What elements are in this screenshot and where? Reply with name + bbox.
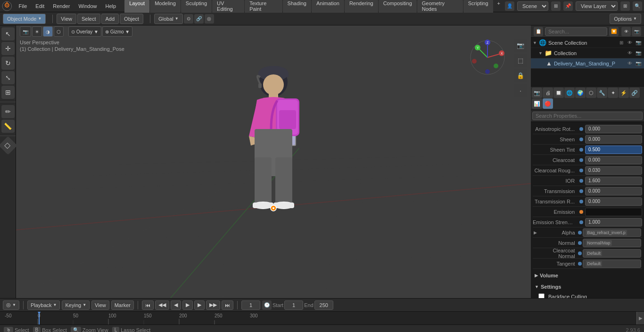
tab-add[interactable]: + xyxy=(494,0,504,13)
frame-end-input[interactable] xyxy=(314,300,333,310)
backface-culling-checkbox[interactable] xyxy=(538,293,545,298)
scene-collection-exclude-btn[interactable]: ⊞ xyxy=(618,39,625,47)
alpha-expand-arrow[interactable]: ▶ xyxy=(534,230,539,235)
nav-gizmo[interactable]: X Y Z xyxy=(469,39,506,76)
ior-dot[interactable] xyxy=(579,179,583,183)
transmission-rough-value[interactable]: 0.000 xyxy=(585,197,642,206)
scene-collection-visibility-btn[interactable]: 👁 xyxy=(626,39,634,47)
world-props-icon[interactable]: 🌍 xyxy=(575,88,586,98)
viewport-wireframe-btn[interactable]: ⬡ xyxy=(54,26,64,37)
transform-mode-btn[interactable]: Global ▼ xyxy=(154,14,183,24)
marker-btn[interactable]: Marker xyxy=(111,300,134,310)
output-props-icon[interactable]: 🖨 xyxy=(543,88,553,98)
settings-section-header[interactable]: ▼ Settings xyxy=(533,282,642,292)
delivery-man-render-btn[interactable]: 📷 xyxy=(635,60,642,67)
anisotropic-rot-dot[interactable] xyxy=(579,127,583,131)
scene-select[interactable]: Scene xyxy=(517,1,548,11)
constraint-props-icon[interactable]: 🔗 xyxy=(629,88,640,98)
transmission-dot[interactable] xyxy=(579,189,583,193)
outliner-search[interactable] xyxy=(545,27,607,36)
select-menu-btn[interactable]: Select xyxy=(77,14,100,24)
modifier-props-icon[interactable]: 🔧 xyxy=(597,88,607,98)
menu-render[interactable]: Render xyxy=(49,2,74,10)
cursor-tool[interactable]: ↖ xyxy=(1,27,15,40)
filter-icon[interactable]: 🔍 xyxy=(633,1,642,11)
frame-clock-icon[interactable]: 🕐 xyxy=(262,300,272,310)
emission-strength-value[interactable]: 1.000 xyxy=(585,218,642,227)
proportional-icon[interactable]: ◎ xyxy=(205,14,214,24)
outliner-scene-collection[interactable]: ▼ 🌐 Scene Collection ⊞ 👁 📷 xyxy=(531,38,644,48)
transform-tool[interactable]: ⊞ xyxy=(1,86,15,99)
timeline-bar[interactable]: -50 0 50 100 150 200 250 300 ▶ xyxy=(0,311,644,324)
data-props-icon[interactable]: 📊 xyxy=(532,98,542,109)
viewport-render-btn[interactable]: ☀ xyxy=(32,26,42,37)
scene-mode-btn[interactable]: ◎ ▼ xyxy=(3,300,19,310)
visibility-filter-icon[interactable]: 👁 xyxy=(621,27,631,36)
sheen-dot[interactable] xyxy=(579,138,583,141)
outliner-collection[interactable]: ▼ 📁 Collection 👁 📷 xyxy=(531,48,644,58)
sheen-tint-value[interactable]: 0.500 xyxy=(585,146,642,154)
rotate-tool[interactable]: ↻ xyxy=(1,57,15,70)
measure-tool[interactable]: 📏 xyxy=(1,120,15,133)
annotate-tool[interactable]: ✏ xyxy=(1,105,15,118)
viewport-camera-btn[interactable]: 📷 xyxy=(20,26,31,37)
pivot-icon[interactable]: ⊙ xyxy=(184,14,193,24)
sheen-tint-dot[interactable] xyxy=(579,148,583,152)
keying-btn[interactable]: Keying ▼ xyxy=(62,300,90,310)
delivery-man-visibility-btn[interactable]: 👁 xyxy=(626,60,634,67)
options-btn[interactable]: Options ▼ xyxy=(610,14,641,24)
normal-dot[interactable] xyxy=(578,241,582,245)
emission-strength-dot[interactable] xyxy=(579,220,583,224)
menu-file[interactable]: File xyxy=(15,2,31,10)
emission-dot[interactable] xyxy=(579,210,583,214)
timeline-scroll-right[interactable]: ▶ xyxy=(636,312,644,324)
tab-sculpting[interactable]: Sculpting xyxy=(181,0,212,13)
menu-edit[interactable]: Edit xyxy=(32,2,48,10)
play-btn[interactable]: ▶ xyxy=(182,300,193,310)
tab-animation[interactable]: Animation xyxy=(312,0,344,13)
tangent-node[interactable]: Default xyxy=(583,259,641,268)
ior-value[interactable]: 1.600 xyxy=(585,177,642,185)
clearcoat-rough-value[interactable]: 0.030 xyxy=(585,166,642,175)
current-frame-input[interactable] xyxy=(241,300,260,310)
playback-btn[interactable]: Playback ▼ xyxy=(27,300,60,310)
menu-help[interactable]: Help xyxy=(102,2,120,10)
tab-shading[interactable]: Shading xyxy=(283,0,311,13)
view-layer-options-icon[interactable]: ⊞ xyxy=(620,1,630,11)
clearcoat-rough-dot[interactable] xyxy=(579,169,583,172)
view-layer-props-icon[interactable]: 🔲 xyxy=(553,88,564,98)
outliner-delivery-man[interactable]: ▲ Delivery_Man_Standing_P 👁 📷 xyxy=(531,58,644,69)
tangent-dot[interactable] xyxy=(578,262,582,266)
region-btn[interactable]: ⬚ xyxy=(514,54,527,67)
move-tool[interactable]: ✛ xyxy=(1,42,15,55)
anisotropic-rot-value[interactable]: 0.000 xyxy=(585,125,642,133)
cc-normal-dot[interactable] xyxy=(578,251,582,255)
tab-rendering[interactable]: Rendering xyxy=(345,0,378,13)
clearcoat-dot[interactable] xyxy=(579,158,583,162)
particle-props-icon[interactable]: ✦ xyxy=(608,88,618,98)
next-frame-btn[interactable]: ▶ xyxy=(194,300,205,310)
dot-btn[interactable]: · xyxy=(514,84,527,97)
clearcoat-value[interactable]: 0.000 xyxy=(585,156,642,164)
props-search-input[interactable] xyxy=(532,112,643,120)
alpha-dot[interactable] xyxy=(578,231,582,235)
physics-props-icon[interactable]: ⚡ xyxy=(619,88,629,98)
collection-render-btn[interactable]: 📷 xyxy=(635,49,642,57)
collection-visibility-btn[interactable]: 👁 xyxy=(626,49,634,57)
material-props-icon[interactable]: 🔴 xyxy=(543,98,553,109)
snap-toggle[interactable]: 🔗 xyxy=(194,14,204,24)
tab-layout[interactable]: Layout xyxy=(124,0,149,13)
render-props-icon[interactable]: 📷 xyxy=(532,88,542,98)
prev-keyframe-btn[interactable]: ◀◀ xyxy=(155,300,169,310)
normal-node[interactable]: Normal/Map xyxy=(583,239,641,247)
lock-btn[interactable]: 🔒 xyxy=(514,69,527,82)
outliner-type-icon[interactable]: 📋 xyxy=(534,27,543,36)
add-menu-btn[interactable]: Add xyxy=(101,14,119,24)
object-menu-btn[interactable]: Object xyxy=(120,14,143,24)
tab-texture-paint[interactable]: Texture Paint xyxy=(245,0,282,13)
prev-frame-btn[interactable]: ◀ xyxy=(171,300,181,310)
view-menu-btn[interactable]: View xyxy=(57,14,76,24)
add-object-tool[interactable]: ◻ xyxy=(0,136,17,155)
menu-window[interactable]: Window xyxy=(74,2,100,10)
jump-start-btn[interactable]: ⏮ xyxy=(142,300,154,310)
